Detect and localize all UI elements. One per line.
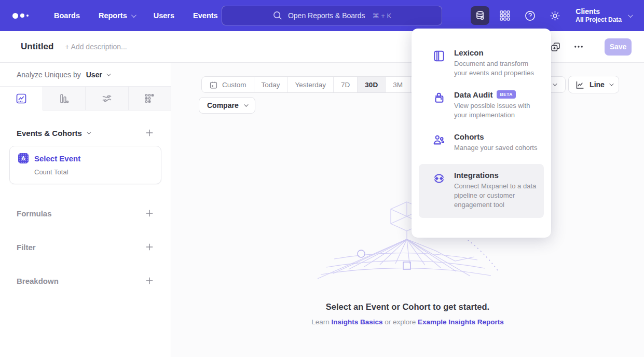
search-input[interactable]: Open Reports & Boards ⌘ + K — [222, 6, 442, 25]
empty-state-subline: Learn Insights Basics or explore Example… — [171, 318, 644, 326]
filter-row: Filter — [0, 242, 171, 252]
analyze-row: Analyze Uniques by User — [0, 63, 171, 86]
chart-style-dropdown[interactable]: Line — [568, 76, 619, 93]
nav-item-reports[interactable]: Reports — [99, 11, 135, 20]
menu-item-description: View possible issues with your implement… — [454, 101, 541, 120]
event-badge: A — [18, 153, 29, 163]
event-card[interactable]: A Select Event Count Total — [9, 146, 161, 184]
help-icon — [524, 10, 536, 22]
nav-items: Boards Reports Users Events — [54, 11, 218, 20]
report-title[interactable]: Untitled — [21, 42, 53, 52]
data-management-menu: Lexicon Document and transform your even… — [412, 29, 551, 238]
beta-badge: BETA — [497, 90, 516, 99]
empty-state-headline: Select an Event or Cohort to get started… — [171, 302, 644, 312]
date-range-today[interactable]: Today — [254, 77, 287, 92]
search-icon — [272, 10, 283, 21]
more-dots-icon — [573, 42, 584, 52]
data-management-button[interactable] — [471, 6, 489, 25]
menu-item-integrations[interactable]: Integrations Connect Mixpanel to a data … — [419, 164, 544, 218]
menu-item-description: Connect Mixpanel to a data pipeline or c… — [454, 182, 539, 210]
date-range-label: Custom — [222, 81, 246, 89]
bar-chart-tab-icon — [58, 92, 70, 105]
menu-item-title: Lexicon — [454, 48, 541, 57]
example-reports-link[interactable]: Example Insights Reports — [418, 318, 504, 326]
formulas-label: Formulas — [17, 209, 52, 218]
plus-icon — [145, 128, 154, 138]
retention-tab-icon — [143, 92, 156, 105]
menu-item-title: Cohorts — [454, 132, 537, 141]
nav-right: Clients All Project Data — [471, 6, 632, 25]
data-audit-icon — [432, 91, 446, 120]
event-measurement-dropdown[interactable]: Count Total — [34, 168, 153, 176]
date-range-label: Yesterday — [295, 81, 326, 89]
breakdown-label: Breakdown — [17, 277, 59, 285]
add-filter-button[interactable] — [145, 242, 154, 252]
cohorts-icon — [432, 133, 446, 153]
nav-item-label: Users — [154, 11, 174, 20]
insights-basics-link[interactable]: Insights Basics — [331, 318, 382, 326]
tab-bar-chart[interactable] — [43, 87, 86, 110]
chevron-down-icon — [553, 81, 557, 86]
subline-prefix: Learn — [311, 318, 331, 326]
duplicate-report-button[interactable] — [550, 42, 561, 52]
compare-label: Compare — [207, 101, 239, 109]
compare-dropdown[interactable]: Compare — [199, 97, 255, 114]
search-placeholder: Open Reports & Boards — [288, 11, 365, 20]
chart-style-label: Line — [590, 80, 605, 89]
plus-icon — [145, 276, 154, 285]
date-range-label: 3M — [393, 81, 403, 89]
filter-label: Filter — [17, 243, 36, 252]
chevron-down-icon — [609, 81, 613, 86]
report-description-placeholder[interactable]: + Add description... — [65, 43, 127, 51]
date-range-custom[interactable]: Custom — [202, 77, 254, 92]
date-range-30d[interactable]: 30D — [357, 77, 385, 92]
gear-icon — [549, 10, 561, 22]
integrations-icon — [432, 172, 446, 210]
chart-type-tabs — [0, 86, 171, 111]
menu-item-title: Integrations — [454, 171, 539, 180]
analyze-by-dropdown[interactable]: User — [86, 71, 109, 79]
menu-item-cohorts[interactable]: Cohorts Manage your saved cohorts — [412, 126, 551, 159]
more-options-button[interactable] — [573, 42, 584, 52]
tab-insights-line[interactable] — [0, 87, 43, 111]
settings-button[interactable] — [545, 6, 564, 25]
mixpanel-logo-icon[interactable] — [12, 13, 42, 19]
tab-flows[interactable] — [85, 87, 128, 110]
nav-item-label: Events — [193, 11, 218, 20]
query-builder-sidebar: Analyze Uniques by User — [0, 63, 171, 357]
line-chart-tab-icon — [15, 92, 28, 105]
events-cohorts-dropdown[interactable]: Events & Cohorts — [17, 129, 90, 138]
tab-retention[interactable] — [128, 87, 171, 110]
date-range-7d[interactable]: 7D — [333, 77, 357, 92]
grid-icon — [499, 10, 511, 21]
menu-item-data-audit[interactable]: Data Audit BETA View possible issues wit… — [412, 84, 551, 126]
nav-item-label: Boards — [54, 11, 80, 20]
date-range-control: Custom Today Yesterday 7D 30D 3M 6M — [201, 76, 435, 93]
events-section-head: Events & Cohorts — [17, 128, 154, 138]
date-range-label: 7D — [341, 81, 350, 89]
date-range-yesterday[interactable]: Yesterday — [287, 77, 334, 92]
project-switcher[interactable]: Clients All Project Data — [576, 7, 632, 24]
add-breakdown-button[interactable] — [145, 276, 154, 285]
save-button[interactable]: Save — [605, 38, 632, 56]
database-gear-icon — [474, 10, 486, 22]
search-shortcut: ⌘ + K — [373, 12, 392, 20]
apps-grid-button[interactable] — [496, 6, 514, 25]
menu-item-title: Data Audit BETA — [454, 90, 541, 99]
formulas-row: Formulas — [0, 209, 171, 218]
help-button[interactable] — [520, 6, 539, 25]
nav-item-boards[interactable]: Boards — [54, 11, 80, 20]
select-event-button[interactable]: Select Event — [34, 154, 80, 163]
calendar-icon — [209, 80, 218, 89]
menu-item-lexicon[interactable]: Lexicon Document and transform your even… — [412, 42, 551, 84]
subline-middle: or explore — [382, 318, 418, 326]
account-name: Clients — [576, 7, 622, 17]
nav-item-events[interactable]: Events — [193, 11, 218, 20]
date-range-3m[interactable]: 3M — [385, 77, 410, 92]
add-event-button[interactable] — [145, 128, 154, 138]
report-canvas: Custom Today Yesterday 7D 30D 3M 6M Line… — [171, 63, 644, 357]
add-formula-button[interactable] — [145, 209, 154, 218]
breakdown-row: Breakdown — [0, 276, 171, 285]
nav-item-users[interactable]: Users — [154, 11, 174, 20]
plus-icon — [145, 242, 154, 252]
